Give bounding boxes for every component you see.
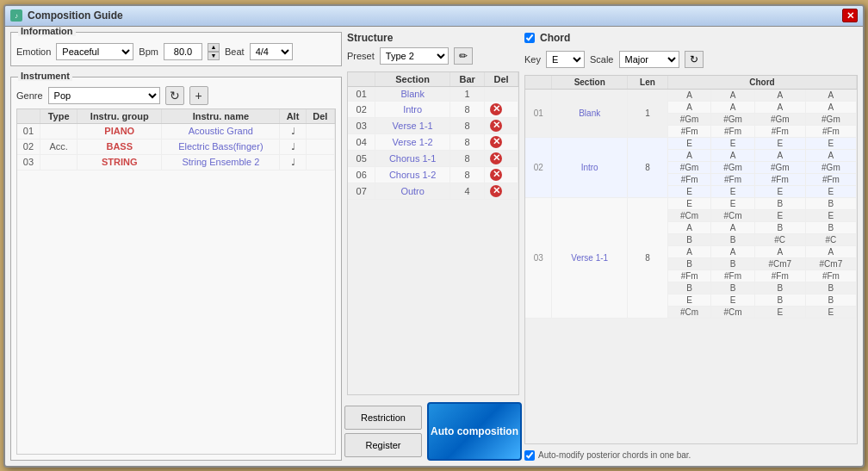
chord-cell[interactable]: A [711,89,754,101]
chord-cell[interactable]: E [805,306,856,318]
auto-composition-button[interactable]: Auto composition [427,402,522,461]
chord-cell[interactable]: #C [805,233,856,245]
chord-cell[interactable]: A [711,245,754,257]
chord-cell[interactable]: A [805,101,856,113]
row-del[interactable] [306,154,334,170]
chord-cell[interactable]: #Fm [711,125,754,137]
chord-cell[interactable]: E [667,294,710,306]
chord-cell[interactable]: #Cm [711,209,754,221]
chord-cell[interactable]: #Cm [667,209,710,221]
edit-preset-button[interactable]: ✏ [454,47,473,65]
genre-select[interactable]: Pop Jazz [48,87,160,104]
add-instrument-button[interactable]: + [189,86,208,105]
restriction-button[interactable]: Restriction [344,406,422,430]
chord-cell[interactable]: E [711,137,754,149]
chord-cell[interactable]: #Fm [667,270,710,282]
row-del[interactable] [306,123,334,139]
chord-cell[interactable]: E [711,294,754,306]
chord-cell[interactable]: #Gm [711,161,754,173]
chord-cell[interactable]: E [754,185,805,197]
chord-checkbox[interactable] [524,33,535,43]
emotion-select[interactable]: Peaceful Happy Sad [56,43,133,60]
register-button[interactable]: Register [344,433,422,457]
scale-select[interactable]: MajorMinor [619,51,679,68]
chord-cell[interactable]: E [754,306,805,318]
chord-cell[interactable]: B [754,197,805,209]
chord-cell[interactable]: #Cm7 [754,257,805,270]
chord-cell[interactable]: #Gm [805,161,856,173]
bpm-input[interactable]: 80.0 [164,43,202,60]
chord-cell[interactable]: #Fm [667,173,710,185]
bpm-spinner[interactable]: ▲ ▼ [208,43,220,60]
chord-cell[interactable]: #Fm [711,173,754,185]
row-del-btn[interactable]: ✕ [485,166,518,183]
chord-cell[interactable]: A [754,149,805,161]
row-alt[interactable]: ♩ [280,154,306,170]
chord-cell[interactable]: B [667,233,710,245]
chord-cell[interactable]: A [754,101,805,113]
chord-cell[interactable]: B [805,294,856,306]
chord-cell[interactable]: E [667,137,710,149]
chord-cell[interactable]: #Fm [805,173,856,185]
chord-cell[interactable]: #Fm [805,270,856,282]
row-del-btn[interactable]: ✕ [485,101,518,117]
chord-cell[interactable]: A [754,245,805,257]
chord-cell[interactable]: A [805,245,856,257]
chord-cell[interactable]: E [667,185,710,197]
chord-cell[interactable]: E [805,209,856,221]
chord-cell[interactable]: #Fm [754,173,805,185]
chord-cell[interactable]: B [667,257,710,270]
chord-cell[interactable]: A [667,221,710,233]
row-alt[interactable]: ♩ [280,123,306,139]
preset-select[interactable]: Type 2 Type 1 Type 3 [380,47,449,65]
chord-cell[interactable]: B [711,257,754,270]
chord-cell[interactable]: B [754,221,805,233]
chord-cell[interactable]: A [754,89,805,101]
row-del-btn[interactable]: ✕ [485,150,518,166]
refresh-instrument-button[interactable]: ↻ [165,86,184,105]
chord-cell[interactable]: E [805,137,856,149]
chord-cell[interactable]: B [805,197,856,209]
chord-cell[interactable]: #Fm [711,270,754,282]
chord-cell[interactable]: B [711,282,754,294]
chord-cell[interactable]: #Fm [667,125,710,137]
row-alt[interactable]: ♩ [280,139,306,154]
chord-cell[interactable]: E [667,197,710,209]
chord-cell[interactable]: #Gm [711,113,754,125]
chord-cell[interactable]: #C [754,233,805,245]
chord-cell[interactable]: #Fm [754,270,805,282]
chord-cell[interactable]: B [805,282,856,294]
chord-cell[interactable]: A [711,221,754,233]
key-select[interactable]: ECD [546,51,585,68]
chord-cell[interactable]: E [754,137,805,149]
row-del-btn[interactable]: ✕ [485,117,518,133]
chord-cell[interactable]: #Fm [805,125,856,137]
chord-cell[interactable]: A [711,101,754,113]
chord-cell[interactable]: E [711,197,754,209]
row-del-btn[interactable]: ✕ [485,133,518,150]
chord-cell[interactable]: #Gm [805,113,856,125]
bpm-down-btn[interactable]: ▼ [208,52,220,60]
chord-cell[interactable]: #Gm [667,161,710,173]
refresh-chord-button[interactable]: ↻ [685,51,704,68]
auto-modify-checkbox[interactable] [524,450,535,461]
row-del-btn[interactable]: ✕ [485,183,518,199]
chord-cell[interactable]: A [805,149,856,161]
chord-cell[interactable]: A [667,89,710,101]
chord-cell[interactable]: #Cm7 [805,257,856,270]
beat-select[interactable]: 4/4 3/4 [250,43,293,60]
chord-cell[interactable]: A [667,101,710,113]
chord-cell[interactable]: #Gm [754,113,805,125]
close-button[interactable]: ✕ [842,9,858,22]
chord-cell[interactable]: B [667,282,710,294]
row-del[interactable] [306,139,334,154]
chord-cell[interactable]: A [805,89,856,101]
chord-cell[interactable]: #Gm [667,113,710,125]
chord-cell[interactable]: E [711,185,754,197]
chord-cell[interactable]: A [667,245,710,257]
chord-cell[interactable]: #Cm [711,306,754,318]
chord-cell[interactable]: E [805,185,856,197]
chord-cell[interactable]: A [711,149,754,161]
chord-cell[interactable]: E [754,209,805,221]
chord-cell[interactable]: #Gm [754,161,805,173]
